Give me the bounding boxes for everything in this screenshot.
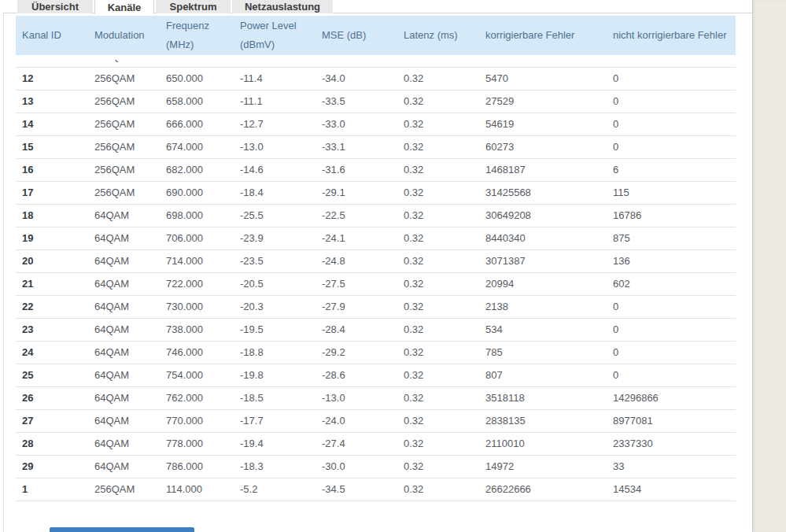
- cell-modulation: 64QAM: [88, 227, 160, 249]
- column-header-korrigierbare-fehler: korrigierbare Fehler: [479, 16, 607, 55]
- cell-mse-db: -33.0: [316, 113, 397, 135]
- column-header-mse: MSE (dB): [316, 16, 397, 55]
- table-row: 2164QAM722.000-20.5-27.50.3220994602: [16, 272, 736, 295]
- cell-korrigierbare-fehler: 807: [479, 364, 607, 386]
- cell-latenz-ms: 0.32: [397, 409, 479, 432]
- cell-latenz-ms: 0.32: [397, 204, 479, 227]
- cell-mse-db: -27.4: [316, 432, 397, 455]
- table-row: 2464QAM746.000-18.8-29.20.327850: [16, 341, 736, 364]
- table-row: 2664QAM762.000-18.5-13.00.32351811814296…: [16, 386, 736, 409]
- cell-mse-db: -22.5: [316, 204, 397, 227]
- cell-frequenz-mhz: 658.000: [160, 90, 234, 113]
- cell-power-level-dbmv: -18.8: [234, 341, 316, 364]
- cell-power-level-dbmv: -11.1: [234, 90, 316, 113]
- clipped-table-row: 256QAM: [16, 55, 736, 67]
- cell-kanal-id: 27: [16, 409, 88, 432]
- cell-latenz-ms: 0.32: [397, 113, 479, 135]
- cell-power-level-dbmv: -19.8: [234, 364, 316, 386]
- cell-korrigierbare-fehler: 8440340: [479, 227, 607, 249]
- cell-modulation: 64QAM: [88, 249, 160, 272]
- channel-table: Kanal ID Modulation Frequenz (MHz) Power…: [16, 16, 736, 501]
- cell-mse-db: -34.5: [316, 478, 397, 501]
- tab-netzauslastung[interactable]: Netzauslastung: [232, 0, 333, 13]
- table-row: 14256QAM666.000-12.7-33.00.32546190: [16, 113, 736, 135]
- cell-frequenz-mhz: 770.000: [160, 409, 234, 432]
- cell-korrigierbare-fehler: 26622666: [479, 478, 607, 501]
- cell-frequenz-mhz: 746.000: [160, 341, 234, 364]
- cell-kanal-id: 17: [16, 181, 88, 204]
- cell-power-level-dbmv: -13.0: [234, 135, 316, 158]
- cell-kanal-id: 13: [16, 90, 88, 113]
- cell-mse-db: -27.9: [316, 295, 397, 318]
- tab-spektrum[interactable]: Spektrum: [156, 0, 231, 13]
- table-row: 1256QAM114.000-5.2-34.50.322662266614534: [16, 478, 736, 501]
- table-row: 13256QAM658.000-11.1-33.50.32275290: [16, 90, 736, 113]
- cell-kanal-id: 21: [16, 272, 88, 295]
- cell-nicht-korrigierbare-fehler: 0: [607, 135, 736, 158]
- table-row: 15256QAM674.000-13.0-33.10.32602730: [16, 135, 736, 158]
- cell-nicht-korrigierbare-fehler: 16786: [607, 204, 736, 227]
- cell-kanal-id: 14: [16, 113, 88, 135]
- cell-nicht-korrigierbare-fehler: 8977081: [607, 409, 736, 432]
- cell-latenz-ms: 0.32: [397, 135, 479, 158]
- column-header-frequenz: Frequenz (MHz): [160, 16, 234, 55]
- cell-latenz-ms: 0.32: [397, 341, 479, 364]
- tab-uebersicht[interactable]: Übersicht: [17, 0, 93, 13]
- tab-kanaele[interactable]: Kanäle: [94, 0, 154, 14]
- cell-korrigierbare-fehler: 20994: [479, 272, 607, 295]
- cell-modulation: 256QAM: [88, 181, 160, 204]
- cell-latenz-ms: 0.32: [397, 318, 479, 341]
- cell-kanal-id: 26: [16, 386, 88, 409]
- clipped-row-cell: 256QAM: [16, 55, 736, 67]
- cell-korrigierbare-fehler: 60273: [479, 135, 607, 158]
- channel-table-container: Kanal ID Modulation Frequenz (MHz) Power…: [16, 16, 736, 501]
- cell-mse-db: -28.6: [316, 364, 397, 386]
- cell-mse-db: -31.6: [316, 158, 397, 181]
- cell-kanal-id: 22: [16, 295, 88, 318]
- cell-modulation: 64QAM: [88, 455, 160, 478]
- cell-modulation: 64QAM: [88, 204, 160, 227]
- cell-modulation: 64QAM: [88, 341, 160, 364]
- cell-latenz-ms: 0.32: [397, 432, 479, 455]
- cell-frequenz-mhz: 674.000: [160, 135, 234, 158]
- cell-mse-db: -24.1: [316, 227, 397, 249]
- cell-nicht-korrigierbare-fehler: 14296866: [607, 386, 736, 409]
- cell-kanal-id: 23: [16, 318, 88, 341]
- cell-kanal-id: 25: [16, 364, 88, 386]
- channel-table-body: 256QAM 12256QAM650.000-11.4-34.00.325470…: [16, 55, 736, 501]
- cell-frequenz-mhz: 682.000: [160, 158, 234, 181]
- cell-nicht-korrigierbare-fehler: 0: [607, 295, 736, 318]
- cell-power-level-dbmv: -18.3: [234, 455, 316, 478]
- table-row: 2864QAM778.000-19.4-27.40.32211001023373…: [16, 432, 736, 455]
- cell-kanal-id: 16: [16, 158, 88, 181]
- cell-power-level-dbmv: -19.5: [234, 318, 316, 341]
- cell-latenz-ms: 0.32: [397, 272, 479, 295]
- cell-kanal-id: 12: [16, 67, 88, 90]
- background-strip: [752, 0, 786, 532]
- partially-visible-button[interactable]: [50, 527, 194, 532]
- cell-power-level-dbmv: -18.4: [234, 181, 316, 204]
- cell-frequenz-mhz: 698.000: [160, 204, 234, 227]
- cell-power-level-dbmv: -18.5: [234, 386, 316, 409]
- cell-nicht-korrigierbare-fehler: 2337330: [607, 432, 736, 455]
- cell-latenz-ms: 0.32: [397, 227, 479, 249]
- cell-latenz-ms: 0.32: [397, 67, 479, 90]
- cell-korrigierbare-fehler: 54619: [479, 113, 607, 135]
- cell-frequenz-mhz: 738.000: [160, 318, 234, 341]
- cell-latenz-ms: 0.32: [397, 478, 479, 501]
- cell-power-level-dbmv: -20.3: [234, 295, 316, 318]
- cell-latenz-ms: 0.32: [397, 249, 479, 272]
- cell-power-level-dbmv: -17.7: [234, 409, 316, 432]
- cell-kanal-id: 19: [16, 227, 88, 249]
- cell-latenz-ms: 0.32: [397, 181, 479, 204]
- cell-frequenz-mhz: 714.000: [160, 249, 234, 272]
- table-row: 2364QAM738.000-19.5-28.40.325340: [16, 318, 736, 341]
- cell-korrigierbare-fehler: 785: [479, 341, 607, 364]
- cell-modulation: 256QAM: [88, 478, 160, 501]
- cell-nicht-korrigierbare-fehler: 0: [607, 318, 736, 341]
- cell-latenz-ms: 0.32: [397, 90, 479, 113]
- cell-korrigierbare-fehler: 2838135: [479, 409, 607, 432]
- cell-frequenz-mhz: 730.000: [160, 295, 234, 318]
- table-row: 1864QAM698.000-25.5-22.50.32306492081678…: [16, 204, 736, 227]
- cell-korrigierbare-fehler: 3518118: [479, 386, 607, 409]
